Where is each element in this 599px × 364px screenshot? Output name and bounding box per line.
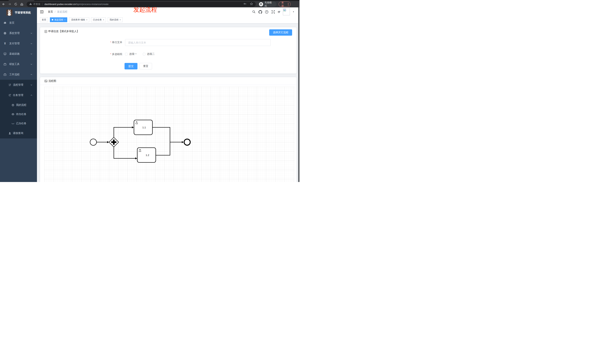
flow-task2-to-merge xyxy=(156,142,170,155)
sidebar-item-todo-tasks[interactable]: 待办任务 xyxy=(0,110,37,119)
security-warning-icon[interactable] xyxy=(29,3,32,6)
update-label: 更新 xyxy=(282,1,286,8)
search-icon[interactable] xyxy=(252,10,256,14)
avatar[interactable] xyxy=(283,8,290,15)
sidebar-item-home[interactable]: 首页 xyxy=(0,18,37,28)
start-event xyxy=(90,139,97,145)
tab-label: 发起流程 xyxy=(54,18,63,21)
chevron-down-icon xyxy=(30,84,33,86)
browser-menu-kebab-icon[interactable] xyxy=(288,3,289,6)
process-diagram-card: 流程图 xyxy=(40,77,297,182)
checkbox-option-one[interactable]: 选项一 xyxy=(125,52,137,56)
sidebar-item-infra[interactable]: 基础设施 xyxy=(0,49,37,59)
required-mark: * xyxy=(110,53,111,56)
avatar-caret-icon[interactable]: ▼ xyxy=(293,11,294,13)
tab-done-tasks[interactable]: 已办任务× xyxy=(91,17,106,22)
sidebar-item-devtools[interactable]: 研发工具 xyxy=(0,59,37,69)
toolbox-icon xyxy=(3,63,7,66)
sidebar-item-label: 研发工具 xyxy=(9,63,20,66)
app-header: 首页 / 发起流程 ? tT ▼ xyxy=(37,7,300,16)
sidebar-item-label: 工作流程 xyxy=(9,73,20,76)
tab-label: 首页 xyxy=(42,18,46,21)
checkbox-icon[interactable] xyxy=(143,53,145,55)
tab-close-icon[interactable]: × xyxy=(64,19,65,21)
reset-button[interactable]: 重置 xyxy=(140,63,152,69)
tab-form-edit[interactable]: 流程表单-编辑× xyxy=(69,17,89,22)
omnibox-divider xyxy=(42,3,43,6)
toolbox-icon xyxy=(3,73,7,76)
submit-button[interactable]: 提交 xyxy=(124,63,137,69)
eye-open-icon xyxy=(11,113,14,116)
tab-my-processes[interactable]: 我的流程× xyxy=(108,17,123,22)
choose-other-process-button[interactable]: 选择其它流程 xyxy=(269,29,292,36)
app-logo[interactable]: 芋道管理系统 xyxy=(0,7,37,18)
task-label: 1.2 xyxy=(146,154,149,157)
help-icon[interactable]: ? xyxy=(265,10,269,14)
update-button[interactable]: 更新 xyxy=(279,1,291,7)
sidebar-item-process-mgmt[interactable]: 流程管理 xyxy=(0,80,37,90)
checkbox-icon[interactable] xyxy=(125,53,128,55)
single-line-text-input[interactable] xyxy=(125,39,271,46)
tab-create-process[interactable]: 发起流程× xyxy=(50,17,67,22)
sidebar-item-label: 支付管理 xyxy=(9,42,20,45)
image-icon xyxy=(44,80,47,82)
logo-rabbit-image xyxy=(6,9,12,16)
chevron-up-icon xyxy=(30,94,33,97)
incognito-label: 无痕模式 xyxy=(264,1,274,8)
chevron-down-icon xyxy=(30,53,33,55)
sidebar-item-my-processes[interactable]: 我的流程 xyxy=(0,101,37,110)
annotation-text: 发起流程 xyxy=(133,6,157,14)
page-scrollbar[interactable] xyxy=(298,7,300,182)
url-path: /bpm/process-instance/create xyxy=(76,3,108,6)
tags-view: 首页 发起流程× 流程表单-编辑× 已办任务× 我的流程× xyxy=(37,16,300,24)
yuan-icon: ¥ xyxy=(3,42,7,45)
back-icon[interactable] xyxy=(2,2,6,6)
chevron-up-icon xyxy=(30,73,33,76)
tab-label: 已办任务 xyxy=(93,18,102,21)
tab-home[interactable]: 首页 xyxy=(40,17,48,22)
card-title: 申请信息【测试多审批人】 xyxy=(48,30,79,33)
home-icon[interactable] xyxy=(20,2,24,6)
forward-icon[interactable] xyxy=(8,2,12,6)
security-label[interactable]: 不安全 xyxy=(33,3,40,6)
sidebar-item-label: 基础设施 xyxy=(9,52,20,56)
checkbox-label: 选项一 xyxy=(129,52,137,56)
sidebar-item-done-tasks[interactable]: 已办任务 xyxy=(0,119,37,128)
task-label: 1.1 xyxy=(142,126,146,129)
robot-face-icon xyxy=(11,103,14,107)
sidebar-item-label: 流程管理 xyxy=(13,83,23,87)
fullscreen-icon[interactable] xyxy=(271,10,275,14)
reload-icon[interactable] xyxy=(14,2,18,6)
list-tree-icon xyxy=(8,84,11,86)
sidebar-item-label: 已办任务 xyxy=(16,122,26,125)
tab-close-icon[interactable]: × xyxy=(86,19,87,21)
password-key-icon[interactable] xyxy=(243,2,247,6)
sidebar-fold-icon[interactable] xyxy=(40,10,44,13)
url-text[interactable]: dashboard.yudao.iocoder.cn/bpm/process-i… xyxy=(44,3,109,6)
sidebar-item-leave-query[interactable]: 请假查询 xyxy=(0,128,37,138)
breadcrumb-home[interactable]: 首页 xyxy=(48,10,53,13)
sidebar-item-workflow[interactable]: 工作流程 xyxy=(0,69,37,80)
font-size-icon[interactable]: tT xyxy=(278,10,280,13)
apply-info-card: 申请信息【测试多审批人】 选择其它流程 *单行文本 *多选框组 选项一 选项二 … xyxy=(40,27,297,74)
bookmark-star-icon[interactable] xyxy=(250,2,253,6)
required-mark: * xyxy=(110,41,111,44)
sidebar-item-label: 系统管理 xyxy=(9,32,20,35)
incognito-icon xyxy=(259,2,263,6)
chevron-down-icon xyxy=(30,42,33,45)
main-content: 申请信息【测试多审批人】 选择其它流程 *单行文本 *多选框组 选项一 选项二 … xyxy=(37,24,300,182)
monitor-icon xyxy=(3,52,7,55)
tab-close-icon[interactable]: × xyxy=(120,19,121,21)
flow-gateway-to-task2 xyxy=(114,147,135,158)
bpmn-canvas[interactable]: 1.1 1.2 xyxy=(44,87,294,182)
github-icon[interactable] xyxy=(258,10,262,14)
sidebar-item-task-mgmt[interactable]: 任务管理 xyxy=(0,90,37,101)
sidebar-item-system[interactable]: 系统管理 xyxy=(0,28,37,38)
checkbox-option-two[interactable]: 选项二 xyxy=(143,52,155,56)
tab-close-icon[interactable]: × xyxy=(103,19,104,21)
user-task-1-1: 1.1 xyxy=(134,120,152,135)
sidebar-item-payment[interactable]: ¥ 支付管理 xyxy=(0,38,37,49)
checkbox-label: 选项二 xyxy=(147,52,155,56)
end-event xyxy=(184,139,190,145)
sidebar-item-label: 首页 xyxy=(9,21,14,25)
